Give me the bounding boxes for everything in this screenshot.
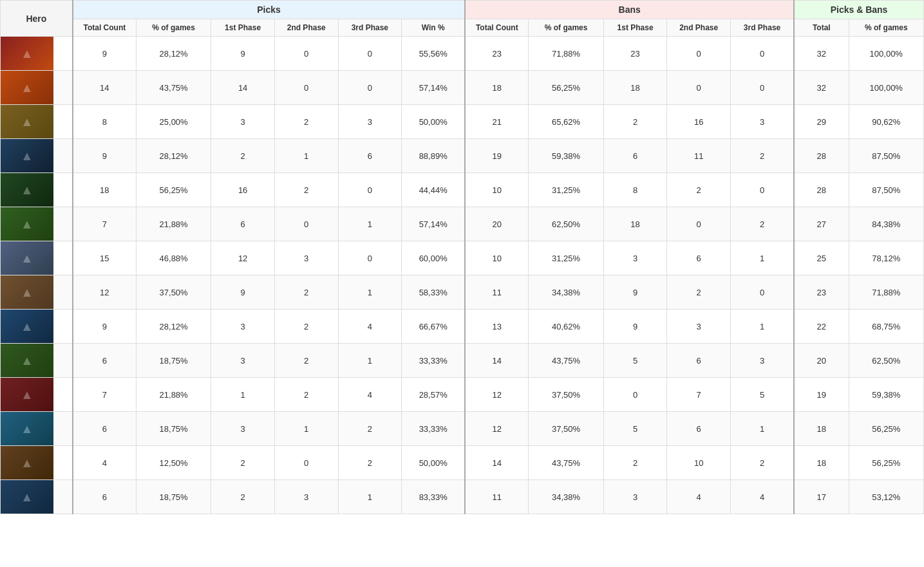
bans-total: 14 <box>465 344 529 378</box>
picks-pct: 25,00% <box>136 105 211 139</box>
pb-total: 23 <box>794 275 849 310</box>
bans-pct: 34,38% <box>529 275 603 310</box>
picks-total: 9 <box>73 139 137 173</box>
pb-total: 22 <box>794 310 849 344</box>
picks-phase2: 1 <box>274 139 338 173</box>
stats-table: Hero Picks Bans Picks & Bans Total Count… <box>0 0 924 514</box>
bans-total: 11 <box>465 480 529 514</box>
picks-phase2: 2 <box>274 310 338 344</box>
bans-phase1: 6 <box>603 139 667 173</box>
table-row: ▲ 9 28,12% 3 2 4 66,67% 13 40,62% 9 3 1 … <box>1 310 924 344</box>
picks-phase2: 0 <box>274 71 338 105</box>
pb-pct: 59,38% <box>849 378 923 412</box>
picks-total: 7 <box>73 207 137 241</box>
bans-pct: 43,75% <box>529 344 603 378</box>
bans-phase1: 23 <box>603 37 667 71</box>
picks-phase2: 2 <box>274 105 338 139</box>
picks-phase3: 0 <box>338 241 402 275</box>
bans-phase3: 0 <box>730 173 794 207</box>
bans-phase1: 9 <box>603 310 667 344</box>
pb-total: 19 <box>794 378 849 412</box>
picks-pct: 18,75% <box>136 412 211 446</box>
table-row: ▲ 6 18,75% 3 1 2 33,33% 12 37,50% 5 6 1 … <box>1 412 924 446</box>
pb-total: 32 <box>794 71 849 105</box>
picks-pct: 21,88% <box>136 378 211 412</box>
picks-phase2: 1 <box>274 412 338 446</box>
picks-pct: 18,75% <box>136 344 211 378</box>
bans-total: 12 <box>465 378 529 412</box>
pb-total: 18 <box>794 412 849 446</box>
bans-phase2: 3 <box>667 310 731 344</box>
hero-cell: ▲ <box>1 480 73 514</box>
pb-pct: 78,12% <box>849 241 923 275</box>
pb-total: 18 <box>794 446 849 480</box>
picks-phase1: 2 <box>211 480 275 514</box>
win-pct: 60,00% <box>402 241 466 275</box>
hero-cell: ▲ <box>1 378 73 412</box>
bans-phase2: 11 <box>667 139 731 173</box>
bans-total: 10 <box>465 241 529 275</box>
bans-phase1: 3 <box>603 241 667 275</box>
pb-group-header: Picks & Bans <box>794 1 923 19</box>
picks-total: 18 <box>73 173 137 207</box>
hero-cell: ▲ <box>1 241 73 275</box>
bans-phase1: 2 <box>603 446 667 480</box>
picks-phase1: 2 <box>211 446 275 480</box>
win-pct: 55,56% <box>402 37 466 71</box>
picks-total: 12 <box>73 275 137 310</box>
win-pct: 44,44% <box>402 173 466 207</box>
picks-phase3: 1 <box>338 275 402 310</box>
pb-pct: 56,25% <box>849 446 923 480</box>
hero-cell: ▲ <box>1 310 73 344</box>
bans-phase2: 7 <box>667 378 731 412</box>
picks-total: 7 <box>73 378 137 412</box>
picks-phase3: 2 <box>338 446 402 480</box>
table-row: ▲ 6 18,75% 3 2 1 33,33% 14 43,75% 5 6 3 … <box>1 344 924 378</box>
picks-phase3: 3 <box>338 105 402 139</box>
picks-phase3: 0 <box>338 37 402 71</box>
picks-phase2: 2 <box>274 378 338 412</box>
bans-pct: 31,25% <box>529 173 603 207</box>
win-pct-header: Win % <box>402 19 466 37</box>
bans-total: 10 <box>465 173 529 207</box>
pb-total: 17 <box>794 480 849 514</box>
picks-phase2: 2 <box>274 344 338 378</box>
bans-total: 11 <box>465 275 529 310</box>
table-row: ▲ 9 28,12% 2 1 6 88,89% 19 59,38% 6 11 2… <box>1 139 924 173</box>
picks-phase1: 3 <box>211 412 275 446</box>
pb-total: 28 <box>794 173 849 207</box>
bans-phase3: 3 <box>730 344 794 378</box>
picks-phase2: 0 <box>274 446 338 480</box>
picks-phase2: 3 <box>274 241 338 275</box>
pb-pct: 100,00% <box>849 37 923 71</box>
bans-pct: 31,25% <box>529 241 603 275</box>
picks-phase1: 9 <box>211 37 275 71</box>
pb-total: 20 <box>794 344 849 378</box>
bans-phase3: 2 <box>730 446 794 480</box>
bans-phase3: 3 <box>730 105 794 139</box>
table-row: ▲ 8 25,00% 3 2 3 50,00% 21 65,62% 2 16 3… <box>1 105 924 139</box>
bans-pct: 62,50% <box>529 207 603 241</box>
picks-phase1-header: 1st Phase <box>211 19 275 37</box>
pb-pct-header: % of games <box>849 19 923 37</box>
bans-pct: 43,75% <box>529 446 603 480</box>
picks-pct: 43,75% <box>136 71 211 105</box>
hero-cell: ▲ <box>1 344 73 378</box>
win-pct: 33,33% <box>402 344 466 378</box>
picks-phase3: 1 <box>338 344 402 378</box>
picks-phase3: 4 <box>338 378 402 412</box>
bans-phase1: 9 <box>603 275 667 310</box>
table-row: ▲ 9 28,12% 9 0 0 55,56% 23 71,88% 23 0 0… <box>1 37 924 71</box>
picks-phase1: 3 <box>211 344 275 378</box>
pb-pct: 71,88% <box>849 275 923 310</box>
picks-total: 6 <box>73 412 137 446</box>
picks-phase2: 3 <box>274 480 338 514</box>
bans-phase1: 0 <box>603 378 667 412</box>
bans-pct: 34,38% <box>529 480 603 514</box>
hero-cell: ▲ <box>1 71 73 105</box>
pb-pct: 87,50% <box>849 173 923 207</box>
bans-pct-header: % of games <box>529 19 603 37</box>
win-pct: 83,33% <box>402 480 466 514</box>
picks-pct: 37,50% <box>136 275 211 310</box>
picks-phase1: 3 <box>211 105 275 139</box>
